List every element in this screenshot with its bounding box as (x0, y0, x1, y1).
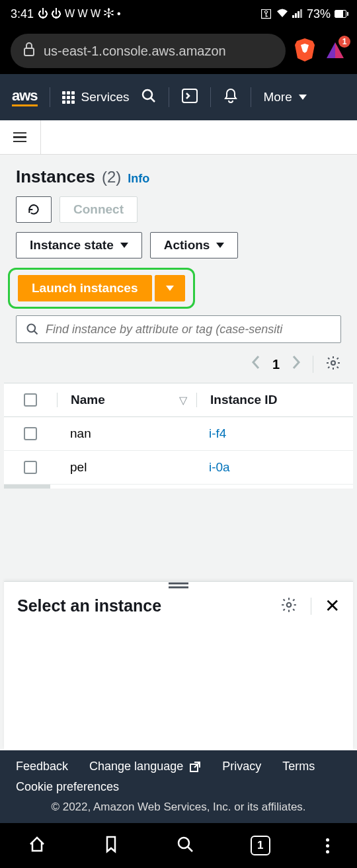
clock-time: 3:41 (11, 7, 34, 21)
launch-instances-button[interactable]: Launch instances (18, 275, 152, 301)
row-checkbox[interactable] (24, 461, 37, 474)
notification-badge: 1 (338, 36, 350, 48)
main-content: Instances (2) Info Connect Instance stat… (0, 155, 357, 749)
browser-bottom-nav: 1 (0, 823, 357, 868)
info-link[interactable]: Info (128, 172, 149, 186)
sort-icon[interactable]: ▽ (179, 394, 187, 407)
svg-rect-1 (295, 13, 297, 18)
home-icon[interactable] (28, 835, 46, 856)
privacy-link[interactable]: Privacy (222, 760, 261, 773)
search-icon[interactable] (176, 835, 194, 856)
cell-instance-id[interactable]: i-0a (196, 460, 353, 475)
nav-divider (210, 87, 211, 107)
gear-icon[interactable] (280, 596, 298, 616)
table-header-row: Name ▽ Instance ID (4, 383, 353, 417)
svg-point-11 (287, 602, 292, 607)
grid-icon (62, 91, 75, 104)
panel-body (17, 617, 340, 736)
launch-instances-dropdown[interactable] (155, 275, 185, 301)
pagination-divider (313, 356, 313, 373)
aws-logo[interactable]: aws (12, 89, 38, 106)
search-row (4, 315, 353, 351)
panel-divider (311, 598, 311, 615)
refresh-button[interactable] (16, 196, 52, 223)
svg-rect-0 (292, 15, 294, 18)
svg-rect-4 (24, 48, 34, 56)
more-menu[interactable]: More (263, 90, 306, 104)
cloudshell-icon[interactable] (181, 87, 198, 107)
status-indicator-icons: ⏻ ⏻ W W W ✻ • (38, 8, 121, 20)
cell-name: pel (57, 460, 196, 475)
services-menu[interactable]: Services (62, 90, 130, 104)
nav-divider (251, 87, 251, 107)
brave-icon[interactable] (294, 37, 316, 65)
url-text: us-east-1.console.aws.amazon (44, 44, 226, 59)
table-row[interactable]: nan i-f4 (4, 417, 353, 451)
external-link-icon (189, 761, 201, 773)
aws-nav-bar: aws Services More (0, 74, 357, 120)
cell-instance-id[interactable]: i-f4 (196, 426, 353, 441)
launch-highlight-box: Launch instances (8, 268, 195, 309)
panel-title: Select an instance (17, 596, 161, 615)
hamburger-menu[interactable] (8, 120, 41, 154)
svg-rect-2 (298, 11, 299, 18)
actions-dropdown[interactable]: Actions (150, 232, 239, 258)
tabs-button[interactable]: 1 (251, 836, 270, 855)
change-language-link[interactable]: Change language (89, 760, 201, 773)
vpn-icon: ⚿ (260, 7, 272, 21)
svg-line-9 (34, 331, 38, 335)
detail-panel: Select an instance ✕ (4, 581, 353, 749)
nav-divider (50, 87, 50, 107)
action-button-row: Connect (4, 196, 353, 232)
horizontal-scrollbar[interactable] (4, 485, 50, 489)
svg-point-10 (331, 361, 335, 365)
lock-icon (22, 42, 36, 61)
address-pill[interactable]: us-east-1.console.aws.amazon (11, 34, 286, 68)
instances-table: Name ▽ Instance ID nan i-f4 pel i-0a (4, 383, 353, 489)
instance-state-dropdown[interactable]: Instance state (16, 232, 142, 258)
connect-button[interactable]: Connect (60, 196, 138, 223)
status-left: 3:41 ⏻ ⏻ W W W ✻ • (11, 7, 121, 21)
search-box[interactable] (16, 315, 341, 343)
instance-count: (2) (102, 168, 121, 186)
name-header[interactable]: Name (71, 393, 105, 407)
chevron-down-icon (299, 95, 307, 100)
signal-icon (292, 7, 303, 21)
pagination: 1 (4, 351, 353, 383)
feedback-link[interactable]: Feedback (16, 760, 68, 773)
chevron-down-icon (120, 243, 128, 248)
table-row[interactable]: pel i-0a (4, 451, 353, 485)
app-icon[interactable]: 1 (324, 38, 346, 63)
terms-link[interactable]: Terms (282, 760, 315, 773)
gear-icon[interactable] (325, 355, 341, 374)
footer-links: Feedback Change language Privacy Terms C… (16, 760, 341, 794)
copyright-text: © 2022, Amazon Web Services, Inc. or its… (16, 801, 341, 814)
nav-divider (169, 87, 169, 107)
next-page[interactable] (292, 355, 301, 374)
battery-icon (335, 10, 346, 18)
search-input[interactable] (46, 323, 331, 336)
page-title-row: Instances (2) Info (4, 167, 353, 196)
panel-drag-handle[interactable] (169, 580, 188, 590)
chevron-down-icon (216, 243, 224, 248)
bell-icon[interactable] (223, 87, 239, 107)
row-checkbox[interactable] (24, 427, 37, 440)
prev-page[interactable] (251, 355, 260, 374)
cell-name: nan (57, 426, 196, 441)
aws-footer: Feedback Change language Privacy Terms C… (0, 750, 357, 823)
svg-line-14 (188, 847, 192, 851)
close-icon[interactable]: ✕ (325, 595, 340, 617)
instance-id-header[interactable]: Instance ID (210, 393, 277, 407)
browser-address-bar: us-east-1.console.aws.amazon 1 (0, 28, 357, 74)
page-title: Instances (16, 167, 95, 187)
battery-percent: 73% (307, 7, 331, 21)
svg-point-5 (143, 90, 152, 99)
action-button-row-2: Instance state Actions (4, 232, 353, 268)
select-all-checkbox[interactable] (24, 393, 37, 407)
bookmark-icon[interactable] (102, 835, 120, 856)
wifi-icon (276, 7, 288, 21)
cookies-link[interactable]: Cookie preferences (16, 780, 119, 794)
search-icon[interactable] (141, 88, 157, 106)
menu-icon[interactable] (326, 838, 329, 853)
status-right: ⚿ 73% (260, 7, 346, 21)
